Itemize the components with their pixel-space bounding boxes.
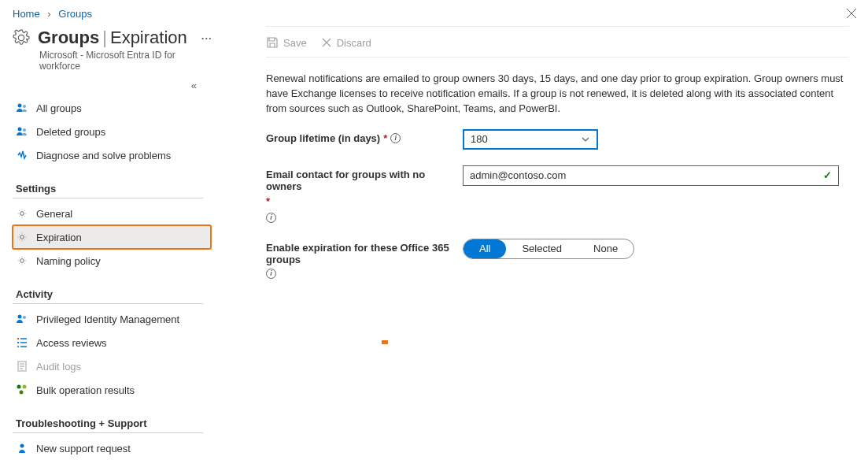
sidebar-item-audit-logs[interactable]: Audit logs [13, 354, 211, 378]
page-title: Groups|Expiration [38, 28, 187, 48]
checklist-icon [16, 336, 28, 349]
email-label: Email contact for groups with no owners … [266, 165, 463, 223]
section-header-troubleshoot: Troubleshooting + Support [16, 417, 211, 429]
sidebar-item-label: Deleted groups [36, 126, 105, 138]
sidebar-item-diagnose[interactable]: Diagnose and solve problems [13, 143, 211, 167]
save-icon [266, 36, 279, 49]
lifetime-label: Group lifetime (in days) * i [266, 129, 463, 144]
svg-point-1 [23, 105, 26, 108]
section-header-activity: Activity [16, 288, 211, 300]
sidebar-item-label: Naming policy [36, 255, 101, 267]
segment-all[interactable]: All [464, 239, 506, 258]
info-icon[interactable]: i [266, 213, 276, 223]
people-icon [16, 313, 28, 325]
sidebar-item-label: New support request [36, 443, 131, 454]
sidebar-item-bulk-results[interactable]: Bulk operation results [13, 378, 211, 402]
check-icon: ✓ [823, 169, 832, 181]
bulk-icon [16, 384, 28, 396]
divider [13, 303, 203, 304]
info-icon[interactable]: i [390, 133, 401, 143]
svg-point-2 [18, 128, 22, 132]
diagnose-icon [16, 149, 28, 161]
sidebar-item-deleted-groups[interactable]: Deleted groups [13, 120, 211, 143]
sidebar-item-label: Audit logs [36, 361, 81, 373]
svg-point-7 [17, 385, 21, 389]
sidebar-item-label: Bulk operation results [36, 384, 135, 396]
sidebar-item-support-request[interactable]: New support request [13, 436, 211, 460]
sidebar-item-label: Privileged Identity Management [36, 313, 179, 325]
save-button[interactable]: Save [266, 36, 307, 49]
gear-icon [16, 254, 28, 267]
breadcrumb-separator: › [47, 8, 50, 20]
svg-point-10 [20, 444, 24, 448]
svg-point-5 [23, 316, 26, 319]
main-content: Save Discard Renewal notifications are e… [211, 23, 868, 460]
svg-point-8 [23, 385, 27, 389]
close-icon[interactable] [846, 8, 857, 19]
sidebar-item-access-reviews[interactable]: Access reviews [13, 331, 211, 354]
page-subtitle: Microsoft - Microsoft Entra ID for workf… [39, 50, 211, 72]
collapse-sidebar-icon[interactable]: « [13, 72, 211, 96]
svg-point-9 [20, 391, 24, 395]
divider [13, 432, 203, 433]
sidebar-item-label: Access reviews [36, 337, 107, 349]
log-icon [16, 360, 28, 373]
toolbar: Save Discard [266, 26, 849, 57]
gear-icon [16, 231, 28, 243]
sidebar-item-label: General [36, 208, 72, 220]
enable-label: Enable expiration for these Office 365 g… [266, 239, 463, 279]
gear-icon [16, 207, 28, 220]
svg-point-3 [23, 128, 26, 132]
gear-icon [13, 29, 30, 46]
sidebar-item-naming-policy[interactable]: Naming policy [13, 249, 211, 273]
email-input[interactable]: admin@contoso.com ✓ [463, 165, 839, 186]
sidebar-item-general[interactable]: General [13, 202, 211, 225]
sidebar-item-label: Diagnose and solve problems [36, 150, 171, 161]
sidebar-item-expiration[interactable]: Expiration [13, 225, 211, 249]
sidebar-item-pim[interactable]: Privileged Identity Management [13, 307, 211, 331]
chevron-down-icon [581, 135, 590, 144]
segment-selected[interactable]: Selected [506, 239, 578, 258]
enable-segmented-control: All Selected None [463, 239, 634, 259]
breadcrumb-groups[interactable]: Groups [58, 8, 92, 20]
discard-icon [321, 37, 332, 48]
orange-marker [382, 340, 388, 344]
sidebar-item-all-groups[interactable]: All groups [13, 96, 211, 120]
sidebar: Groups|Expiration ··· Microsoft - Micros… [0, 23, 211, 460]
support-icon [16, 442, 28, 454]
svg-point-4 [18, 315, 22, 319]
people-icon [16, 125, 28, 138]
people-icon [16, 102, 28, 114]
breadcrumb: Home › Groups [0, 0, 868, 23]
lifetime-select[interactable]: 180 [463, 129, 598, 150]
breadcrumb-home[interactable]: Home [13, 8, 40, 20]
divider [13, 198, 203, 198]
section-header-settings: Settings [16, 183, 211, 195]
sidebar-item-label: All groups [36, 102, 82, 114]
discard-button[interactable]: Discard [321, 36, 371, 49]
info-text: Renewal notifications are emailed to gro… [266, 72, 848, 117]
svg-point-0 [18, 104, 22, 108]
info-icon[interactable]: i [266, 269, 276, 279]
sidebar-item-label: Expiration [36, 232, 82, 243]
segment-none[interactable]: None [578, 239, 633, 258]
